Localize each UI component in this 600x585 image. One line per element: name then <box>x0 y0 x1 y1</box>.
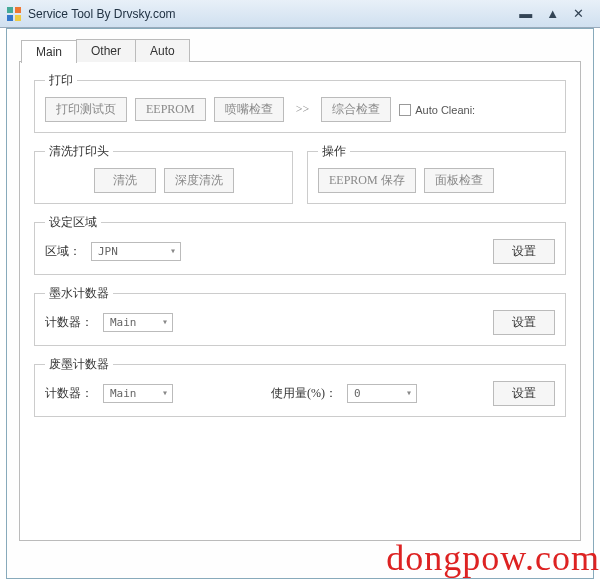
operation-group: 操作 EEPROM 保存 面板检查 <box>307 143 566 204</box>
svg-rect-2 <box>7 15 13 21</box>
region-legend: 设定区域 <box>45 214 101 231</box>
clean-group: 清洗打印头 清洗 深度清洗 <box>34 143 293 204</box>
auto-clean-label: Auto Cleani: <box>415 104 475 116</box>
region-label: 区域： <box>45 243 81 260</box>
clean-legend: 清洗打印头 <box>45 143 113 160</box>
ink-counter-label: 计数器： <box>45 314 93 331</box>
region-select[interactable]: JPN <box>91 242 181 261</box>
waste-counter-select[interactable]: Main <box>103 384 173 403</box>
panel-check-button[interactable]: 面板检查 <box>424 168 494 193</box>
operation-legend: 操作 <box>318 143 350 160</box>
window-title: Service Tool By Drvsky.com <box>28 7 519 21</box>
titlebar: Service Tool By Drvsky.com ▬ ▲ ✕ <box>0 0 600 28</box>
arrow-icon: >> <box>292 102 314 117</box>
window-controls: ▬ ▲ ✕ <box>519 6 594 21</box>
usage-label: 使用量(%)： <box>271 385 337 402</box>
close-button[interactable]: ✕ <box>573 6 584 21</box>
svg-rect-1 <box>15 7 21 13</box>
print-testpage-button[interactable]: 打印测试页 <box>45 97 127 122</box>
app-icon <box>6 6 22 22</box>
svg-rect-3 <box>15 15 21 21</box>
auto-clean-checkbox[interactable]: Auto Cleani: <box>399 104 475 116</box>
tab-other[interactable]: Other <box>76 39 136 62</box>
ink-set-button[interactable]: 设置 <box>493 310 555 335</box>
eeprom-save-button[interactable]: EEPROM 保存 <box>318 168 416 193</box>
maximize-button[interactable]: ▲ <box>546 6 559 21</box>
waste-set-button[interactable]: 设置 <box>493 381 555 406</box>
usage-select[interactable]: 0 <box>347 384 417 403</box>
print-legend: 打印 <box>45 72 77 89</box>
waste-counter-label: 计数器： <box>45 385 93 402</box>
region-set-button[interactable]: 设置 <box>493 239 555 264</box>
waste-counter-legend: 废墨计数器 <box>45 356 113 373</box>
clean-button[interactable]: 清洗 <box>94 168 156 193</box>
waste-counter-group: 废墨计数器 计数器： Main 使用量(%)： 0 设置 <box>34 356 566 417</box>
eeprom-button[interactable]: EEPROM <box>135 98 206 121</box>
tab-panel-main: 打印 打印测试页 EEPROM 喷嘴检查 >> 综合检查 Auto Cleani… <box>19 61 581 541</box>
svg-rect-0 <box>7 7 13 13</box>
deep-clean-button[interactable]: 深度清洗 <box>164 168 234 193</box>
print-group: 打印 打印测试页 EEPROM 喷嘴检查 >> 综合检查 Auto Cleani… <box>34 72 566 133</box>
tab-strip: Main Other Auto <box>21 39 593 62</box>
tab-auto[interactable]: Auto <box>135 39 190 62</box>
ink-counter-legend: 墨水计数器 <box>45 285 113 302</box>
overall-check-button[interactable]: 综合检查 <box>321 97 391 122</box>
client-area: Main Other Auto 打印 打印测试页 EEPROM 喷嘴检查 >> … <box>6 28 594 579</box>
checkbox-icon <box>399 104 411 116</box>
tab-main[interactable]: Main <box>21 40 77 63</box>
nozzle-check-button[interactable]: 喷嘴检查 <box>214 97 284 122</box>
minimize-button[interactable]: ▬ <box>519 6 532 21</box>
ink-counter-select[interactable]: Main <box>103 313 173 332</box>
region-group: 设定区域 区域： JPN 设置 <box>34 214 566 275</box>
ink-counter-group: 墨水计数器 计数器： Main 设置 <box>34 285 566 346</box>
